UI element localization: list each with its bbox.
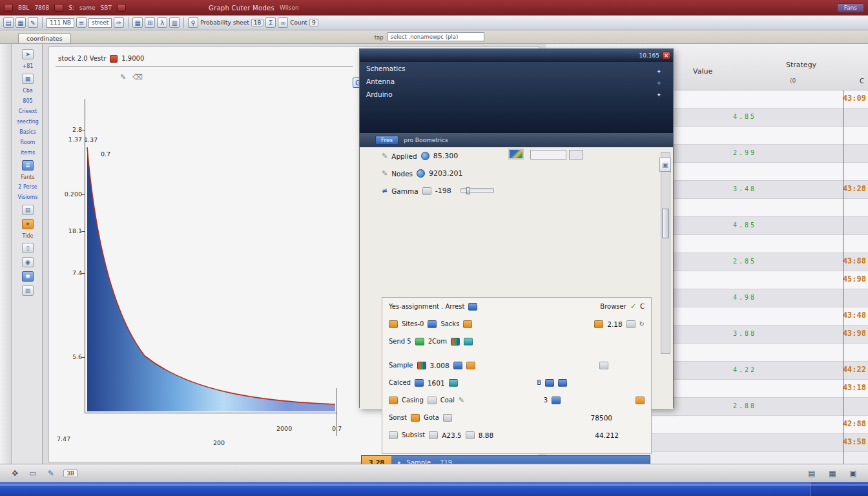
- count-badge[interactable]: 9: [309, 19, 318, 26]
- sidebar-top-label[interactable]: +81: [23, 63, 34, 70]
- layers-tool-icon[interactable]: ≣: [22, 160, 34, 170]
- taskbar[interactable]: [0, 482, 868, 496]
- probability-badge[interactable]: 18: [251, 19, 264, 26]
- dialog-tab-button[interactable]: Fres: [375, 136, 398, 145]
- image-tool-icon[interactable]: ▦: [22, 74, 34, 84]
- system-tray[interactable]: [810, 482, 868, 496]
- pencil-icon[interactable]: ✎: [382, 152, 388, 160]
- new-file-icon[interactable]: ▤: [3, 17, 14, 28]
- blue-chip-icon[interactable]: [552, 397, 561, 404]
- tab-coordinates[interactable]: coordinates: [18, 33, 71, 43]
- toolbar-field-street[interactable]: street: [88, 18, 112, 28]
- pencil-icon[interactable]: ✎: [459, 396, 464, 404]
- titlebar-right-button[interactable]: Fans: [837, 3, 864, 12]
- grid-icon[interactable]: ▦: [132, 17, 143, 28]
- column-header-c[interactable]: C: [860, 78, 864, 85]
- chart-tool-icon[interactable]: ▥: [22, 285, 34, 296]
- folder-chip-icon[interactable]: [411, 414, 420, 422]
- pencil-icon[interactable]: ✎: [120, 73, 126, 81]
- sack-chip-icon[interactable]: [463, 320, 472, 328]
- field-value[interactable]: 9203.201: [429, 169, 463, 178]
- titlebar-button-icon[interactable]: [117, 4, 126, 12]
- clipboard-chip-icon[interactable]: [599, 362, 608, 369]
- pan-icon[interactable]: ✥: [9, 468, 21, 479]
- titlebar-button-icon[interactable]: [54, 4, 63, 12]
- mini-combo[interactable]: [530, 150, 566, 160]
- dialog-titlebar[interactable]: 10.165 ✕: [360, 49, 673, 62]
- scrollbar-thumb[interactable]: [662, 209, 669, 238]
- menu-item-schematics[interactable]: Schematics: [360, 62, 673, 75]
- check-icon[interactable]: ✓: [630, 302, 636, 311]
- pen-icon[interactable]: ✎: [45, 468, 57, 479]
- multi-chip-icon[interactable]: [451, 338, 460, 346]
- camera-tool-icon[interactable]: ◉: [22, 257, 34, 267]
- select-icon[interactable]: ▭: [27, 468, 39, 479]
- table-tool-icon[interactable]: ▤: [22, 205, 34, 215]
- subsist-chip-icon[interactable]: [389, 431, 398, 439]
- shield-chip-icon[interactable]: [464, 338, 473, 346]
- menu-item-antenna[interactable]: Antenna: [360, 75, 673, 88]
- sidebar-bottom-label[interactable]: Tide: [23, 233, 34, 239]
- slider-thumb[interactable]: [466, 187, 470, 194]
- dialog-scrollbar[interactable]: [661, 152, 670, 354]
- menu-item-arduino[interactable]: Arduino: [360, 88, 673, 101]
- sidebar-link[interactable]: Basics: [19, 129, 36, 136]
- slash-chip-icon[interactable]: [389, 320, 398, 328]
- orange-chip-icon[interactable]: [466, 362, 475, 369]
- field-value[interactable]: 85.300: [433, 152, 459, 160]
- note-tool-icon[interactable]: ▯: [22, 243, 34, 253]
- cube-chip-icon[interactable]: [449, 379, 458, 387]
- sample-chip-icon[interactable]: [417, 362, 426, 369]
- gray-chip-icon[interactable]: [429, 431, 438, 439]
- lambda-icon[interactable]: λ: [157, 17, 167, 28]
- notes-icon[interactable]: ▦: [827, 468, 838, 479]
- close-icon[interactable]: ✕: [662, 52, 670, 59]
- app-icon[interactable]: [4, 4, 13, 12]
- pen-size-badge[interactable]: 3B: [63, 470, 78, 477]
- pointer-tool-icon[interactable]: ➤: [22, 49, 34, 59]
- sidebar-link[interactable]: Fants: [21, 174, 34, 180]
- gray-chip-icon[interactable]: [466, 431, 475, 439]
- sum-icon[interactable]: Σ: [265, 17, 276, 28]
- titlebar-item[interactable]: S:: [68, 5, 74, 11]
- sidebar-link[interactable]: Crieext: [19, 108, 37, 115]
- titlebar-item[interactable]: same: [79, 5, 96, 11]
- display-chip-icon[interactable]: [468, 303, 477, 311]
- sidebar-link[interactable]: Room: [21, 140, 36, 146]
- send-chip-icon[interactable]: [415, 338, 424, 346]
- align-icon[interactable]: ⊞: [145, 17, 155, 28]
- blue-chip-icon[interactable]: [545, 379, 554, 387]
- side-tool-button[interactable]: ▣: [659, 158, 671, 172]
- gray-chip-icon[interactable]: [443, 414, 452, 422]
- sidebar-link[interactable]: seecting: [17, 119, 39, 125]
- site-chip-icon[interactable]: [428, 320, 437, 328]
- dataset-dropdown[interactable]: select .nonamewpc (pla): [388, 32, 484, 41]
- titlebar-item[interactable]: SBT: [101, 5, 112, 11]
- sidebar-link[interactable]: Cba: [23, 88, 33, 94]
- grid-chip-icon[interactable]: [422, 187, 431, 195]
- thumbnail-image[interactable]: [508, 149, 524, 160]
- sidebar-link[interactable]: Visioms: [18, 194, 38, 201]
- casing-chip-icon[interactable]: [389, 397, 398, 404]
- gamma-slider[interactable]: [460, 188, 494, 193]
- column-header-value[interactable]: Value: [693, 67, 712, 76]
- eraser-icon[interactable]: ⌫: [132, 73, 143, 81]
- pencil-icon[interactable]: ✎: [382, 169, 388, 178]
- calc-chip-icon[interactable]: [415, 379, 424, 387]
- open-file-icon[interactable]: ▦: [16, 17, 26, 28]
- sidebar-link[interactable]: 2 Perse: [18, 184, 37, 191]
- keyboard-icon[interactable]: ▤: [806, 468, 818, 479]
- refresh-icon[interactable]: ↻: [639, 320, 645, 327]
- zoom-icon[interactable]: ⚲: [188, 17, 198, 28]
- blue-chip-icon[interactable]: [558, 379, 567, 387]
- palette-tool-icon[interactable]: ✦: [22, 219, 34, 229]
- mini-combo-2[interactable]: [569, 150, 583, 160]
- style-icon[interactable]: ≡: [76, 17, 87, 28]
- blue-chip-icon[interactable]: [453, 362, 462, 369]
- sidebar-link[interactable]: items: [21, 150, 35, 156]
- chart-icon[interactable]: ▥: [169, 17, 180, 28]
- toolbar-field[interactable]: 111 NB: [46, 18, 74, 28]
- page-orange-chip-icon[interactable]: [636, 397, 645, 404]
- gray-chip-icon[interactable]: [428, 397, 437, 404]
- field-value[interactable]: -198: [435, 187, 451, 195]
